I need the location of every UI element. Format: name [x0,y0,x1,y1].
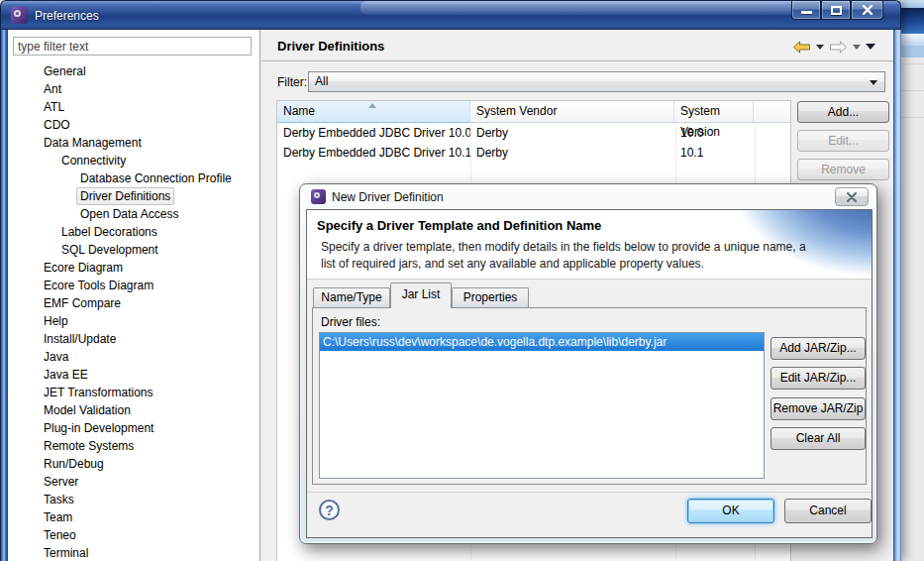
sidebar-item-open-data-access[interactable]: Open Data Access [8,205,258,223]
table-row[interactable]: Derby Embedded JDBC Driver 10.1... Derby… [277,143,790,163]
sidebar-item-ecore-diagram[interactable]: Ecore Diagram [8,259,258,277]
sidebar-item-jet-transformations[interactable]: JET Transformations [8,384,258,401]
page-title: Driver Definitions [277,39,384,54]
driver-files-label: Driver files: [321,315,380,329]
dialog-app-icon [311,189,326,204]
sidebar-item-java-ee[interactable]: Java EE [8,366,258,384]
sidebar-item-data-management[interactable]: Data Management [8,134,258,152]
maximize-button[interactable] [821,1,851,20]
sidebar-item-java[interactable]: Java [8,348,258,366]
tab-properties[interactable]: Properties [452,287,529,307]
sidebar-item-run-debug[interactable]: Run/Debug [8,455,258,473]
sidebar-item-model-validation[interactable]: Model Validation [8,401,258,419]
sidebar-item-connectivity[interactable]: Connectivity [8,152,258,169]
new-driver-definition-dialog: New Driver Definition Specify a Driver T… [299,183,877,544]
preferences-tree: General Ant ATL CDO Data Management Conn… [8,62,258,561]
screen: Preferences General Ant ATL [0,0,924,561]
sidebar-item-team[interactable]: Team [8,508,258,526]
edit-jar-zip-button[interactable]: Edit JAR/Zip... [770,367,866,390]
window-title: Preferences [35,9,99,23]
titlebar[interactable]: Preferences [0,0,901,30]
close-icon [847,192,857,202]
sidebar-item-ecore-tools-diagram[interactable]: Ecore Tools Diagram [8,277,258,294]
back-button[interactable] [792,41,811,54]
driver-files-list[interactable]: C:\Users\russ\dev\workspace\de.vogella.d… [319,332,765,479]
filter-label: Filter: [277,75,307,89]
dialog-title: New Driver Definition [332,190,444,204]
sidebar-item-remote-systems[interactable]: Remote Systems [8,437,258,455]
minimize-button[interactable] [791,1,821,20]
wizard-banner: Specify a Driver Template and Definition… [307,210,872,280]
help-button[interactable]: ? [319,500,340,520]
forward-button[interactable] [829,41,848,54]
sidebar-item-emf-compare[interactable]: EMF Compare [8,294,258,312]
column-header-system-version[interactable]: System Version [674,101,754,122]
jar-file-list-item[interactable]: C:\Users\russ\dev\workspace\de.vogella.d… [320,333,764,351]
window-frame-right [893,30,901,561]
dialog-close-button[interactable] [835,187,869,206]
column-header-name[interactable]: Name [277,101,470,123]
sidebar-item-plug-in-development[interactable]: Plug-in Development [8,419,258,437]
sort-ascending-icon [368,103,376,108]
sidebar-item-cdo[interactable]: CDO [8,116,258,134]
sidebar-item-server[interactable]: Server [8,473,258,491]
filter-dropdown[interactable]: All [308,71,885,92]
banner-title: Specify a Driver Template and Definition… [317,218,601,233]
sidebar-item-atl[interactable]: ATL [8,98,258,116]
dialog-client-area: Specify a Driver Template and Definition… [306,209,873,538]
sidebar-item-terminal[interactable]: Terminal [8,544,258,561]
window-controls [791,1,883,20]
minimize-icon [801,11,812,14]
window-frame-left [0,30,8,561]
background-window [897,0,924,561]
footer-separator [307,492,872,493]
tree-filter-input[interactable] [13,37,252,56]
sidebar-item-sql-development[interactable]: SQL Development [8,241,258,259]
tab-jar-list[interactable]: Jar List [390,282,452,308]
chevron-down-icon [870,80,877,85]
sidebar-item-help[interactable]: Help [8,312,258,330]
column-header-system-vendor[interactable]: System Vendor [470,101,674,122]
sidebar-item-database-connection-profile[interactable]: Database Connection Profile [8,169,258,187]
add-jar-zip-button[interactable]: Add JAR/Zip... [770,337,866,360]
banner-description: Specify a driver template, then modify d… [321,239,806,273]
background-window-titlebar [897,8,924,34]
sidebar-item-tasks[interactable]: Tasks [8,491,258,508]
preferences-sidebar: General Ant ATL CDO Data Management Conn… [8,30,260,561]
sidebar-item-install-update[interactable]: Install/Update [8,330,258,348]
close-button[interactable] [851,1,883,20]
forward-history-dropdown-icon[interactable] [853,45,861,50]
sidebar-item-driver-definitions[interactable]: Driver Definitions [8,187,258,205]
view-menu-icon[interactable] [866,44,875,50]
tab-name-type[interactable]: Name/Type [313,287,390,307]
column-header-filler [754,101,790,122]
cancel-button[interactable]: Cancel [784,499,872,523]
add-driver-button[interactable]: Add... [797,101,889,123]
ok-button[interactable]: OK [687,499,774,523]
header-separator [261,60,893,61]
history-navigation [792,39,875,55]
table-header: Name System Vendor System Version [277,101,790,123]
remove-jar-zip-button[interactable]: Remove JAR/Zip [770,397,866,420]
close-icon [862,5,873,16]
edit-driver-button[interactable]: Edit... [797,130,889,152]
preferences-app-icon [11,7,28,24]
sidebar-item-teneo[interactable]: Teneo [8,526,258,544]
jar-list-tab-panel: Driver files: C:\Users\russ\dev\workspac… [312,307,867,485]
remove-driver-button[interactable]: Remove [797,159,889,180]
sidebar-item-label-decorations[interactable]: Label Decorations [8,223,258,241]
sidebar-item-ant[interactable]: Ant [8,80,258,98]
back-history-dropdown-icon[interactable] [816,45,824,50]
maximize-icon [831,6,842,15]
sidebar-item-general[interactable]: General [8,62,258,80]
clear-all-button[interactable]: Clear All [770,427,866,450]
